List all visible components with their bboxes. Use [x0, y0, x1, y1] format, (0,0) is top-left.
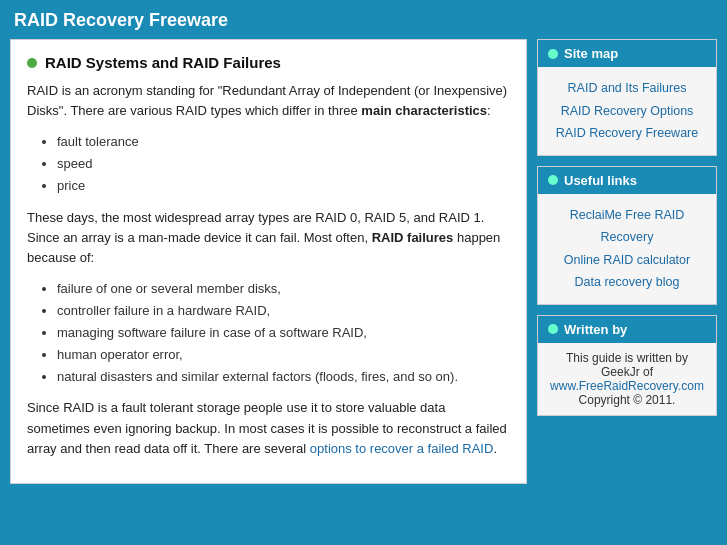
main-content-area: RAID Systems and RAID Failures RAID is a… [10, 39, 527, 484]
useful-links-header: Useful links [538, 167, 716, 194]
main-heading: RAID Systems and RAID Failures [27, 54, 510, 71]
list-item: controller failure in a hardware RAID, [57, 300, 510, 322]
list-item: fault tolerance [57, 131, 510, 153]
useful-link-3[interactable]: Data recovery blog [548, 271, 706, 294]
failures-list: failure of one or several member disks, … [57, 278, 510, 388]
characteristics-list: fault tolerance speed price [57, 131, 510, 197]
written-dot-icon [548, 324, 558, 334]
list-item: human operator error, [57, 344, 510, 366]
sitemap-title: Site map [564, 46, 618, 61]
sitemap-dot-icon [548, 49, 558, 59]
written-by-title: Written by [564, 322, 627, 337]
list-item: price [57, 175, 510, 197]
written-by-link[interactable]: www.FreeRaidRecovery.com [550, 379, 704, 393]
list-item: natural disasters and similar external f… [57, 366, 510, 388]
useful-dot-icon [548, 175, 558, 185]
useful-link-1[interactable]: ReclaiMe Free RAID Recovery [548, 204, 706, 249]
written-by-text: This guide is written by GeekJr of [566, 351, 688, 379]
written-by-box: Written by This guide is written by Geek… [537, 315, 717, 416]
written-by-header: Written by [538, 316, 716, 343]
written-by-body: This guide is written by GeekJr of www.F… [538, 343, 716, 415]
failures-paragraph: These days, the most widespread array ty… [27, 208, 510, 268]
sitemap-link-3[interactable]: RAID Recovery Freeware [548, 122, 706, 145]
sitemap-link-1[interactable]: RAID and Its Failures [548, 77, 706, 100]
useful-links-body: ReclaiMe Free RAID Recovery Online RAID … [538, 194, 716, 304]
list-item: failure of one or several member disks, [57, 278, 510, 300]
list-item: managing software failure in case of a s… [57, 322, 510, 344]
useful-links-title: Useful links [564, 173, 637, 188]
sitemap-link-2[interactable]: RAID Recovery Options [548, 100, 706, 123]
sitemap-box: Site map RAID and Its Failures RAID Reco… [537, 39, 717, 156]
page-title: RAID Recovery Freeware [14, 10, 228, 30]
sitemap-header: Site map [538, 40, 716, 67]
page-title-bar: RAID Recovery Freeware [0, 0, 727, 39]
main-heading-text: RAID Systems and RAID Failures [45, 54, 281, 71]
copyright-text: Copyright © 2011. [579, 393, 676, 407]
heading-dot-icon [27, 58, 37, 68]
intro-paragraph: RAID is an acronym standing for "Redunda… [27, 81, 510, 121]
sidebar: Site map RAID and Its Failures RAID Reco… [537, 39, 717, 484]
useful-link-2[interactable]: Online RAID calculator [548, 249, 706, 272]
options-link[interactable]: options to recover a failed RAID [310, 441, 494, 456]
useful-links-box: Useful links ReclaiMe Free RAID Recovery… [537, 166, 717, 305]
summary-paragraph: Since RAID is a fault tolerant storage p… [27, 398, 510, 458]
list-item: speed [57, 153, 510, 175]
sitemap-body: RAID and Its Failures RAID Recovery Opti… [538, 67, 716, 155]
